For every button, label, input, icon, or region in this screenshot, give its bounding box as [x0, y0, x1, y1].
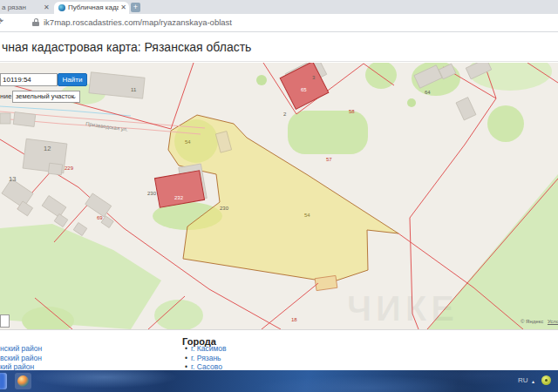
object-type-label: ние — [0, 92, 11, 100]
map-control-fragment[interactable] — [0, 314, 10, 328]
tree-icon — [407, 98, 416, 107]
new-tab-button[interactable]: + — [131, 3, 140, 12]
taskbar: RU ▴ — [0, 370, 558, 392]
start-button-fragment[interactable] — [0, 373, 7, 389]
find-button[interactable]: Найти — [58, 73, 87, 86]
parcel-number: 18 — [291, 317, 297, 322]
map-attribution: © Яндекс Условия использования — [521, 319, 558, 324]
parcel-number: 11 — [131, 87, 137, 92]
header-divider — [0, 61, 558, 62]
tab-active[interactable]: Публичная кадастровая к ✕ — [54, 2, 129, 14]
site-favicon-globe-icon — [58, 4, 65, 11]
reload-icon[interactable]: ⟳ — [0, 16, 3, 27]
tree-icon — [256, 75, 267, 85]
cadastral-map[interactable]: 11 12 13 3 2 65 54 58 57 64 229 230 232 … — [0, 63, 558, 330]
watermark: ЧИКЕ — [347, 289, 459, 328]
quick-launch-slot[interactable] — [15, 373, 31, 389]
building-number: 232 — [174, 195, 184, 200]
parcel-number: 54 — [304, 213, 310, 218]
map-canvas[interactable]: 11 12 13 3 2 65 54 58 57 64 229 230 232 … — [0, 63, 558, 329]
language-indicator[interactable]: RU — [518, 376, 528, 384]
parcel-number: 58 — [349, 109, 355, 114]
yandex-copyright: © Яндекс — [521, 319, 543, 324]
tray-expand-chevron-up-icon[interactable]: ▴ — [532, 378, 534, 384]
object-type-select[interactable]: земельный участок ⌄ — [12, 91, 80, 103]
parcel-number: 2 — [283, 112, 287, 117]
green-area — [0, 224, 161, 329]
bullet: • — [185, 344, 187, 353]
green-area — [288, 111, 368, 154]
app-icon — [17, 375, 29, 387]
highlighted-building[interactable] — [154, 171, 204, 208]
chevron-down-icon: ⌄ — [71, 91, 77, 102]
district-links: нский район вский район кий район — [0, 344, 42, 372]
city-link[interactable]: •г. Касимов — [185, 344, 227, 354]
tab-active-title: Публичная кадастровая к — [68, 2, 119, 14]
tab-inactive-title: а рязан — [2, 3, 26, 11]
parcel-number: 57 — [326, 157, 332, 162]
antivirus-tray-icon[interactable] — [541, 375, 551, 385]
close-icon[interactable]: ✕ — [120, 2, 126, 14]
parcel-number: 69 — [97, 215, 103, 220]
building-number: 65 — [301, 87, 307, 92]
green-area — [487, 105, 524, 142]
district-link[interactable]: нский район — [0, 344, 42, 354]
browser-tab-bar: а рязан ✕ Публичная кадастровая к ✕ + — [0, 0, 558, 14]
city-link[interactable]: •г. Рязань — [185, 354, 227, 363]
parcel-number: 54 — [185, 139, 191, 145]
page-title: чная кадастровая карта: Рязанская област… — [2, 40, 251, 54]
cadastral-search-input[interactable] — [0, 73, 58, 86]
green-area — [154, 300, 203, 329]
house-number: 12 — [44, 145, 51, 152]
lock-body — [32, 22, 39, 26]
object-type-value: земельный участок — [16, 92, 74, 100]
lock-icon[interactable] — [32, 18, 39, 26]
district-link[interactable]: вский район — [0, 354, 42, 363]
address-bar-url[interactable]: ik7map.roscadastries.com/map/ryazanskaya… — [44, 17, 232, 27]
parcel-number: 230 — [220, 206, 229, 211]
house-number: 13 — [9, 175, 16, 183]
street-name-label: Призаводская ул. — [85, 121, 129, 132]
bullet: • — [185, 354, 187, 362]
browser-toolbar: ⟳ ik7map.roscadastries.com/map/ryazanska… — [0, 14, 558, 32]
close-icon[interactable]: ✕ — [44, 2, 50, 14]
parcel-number: 64 — [425, 90, 431, 95]
terms-of-use-link[interactable]: Условия использования — [548, 319, 558, 324]
city-links: •г. Касимов •г. Рязань •г. Сасово — [185, 344, 227, 372]
parcel-number: 230 — [147, 191, 157, 196]
parcel-number: 229 — [65, 166, 74, 171]
